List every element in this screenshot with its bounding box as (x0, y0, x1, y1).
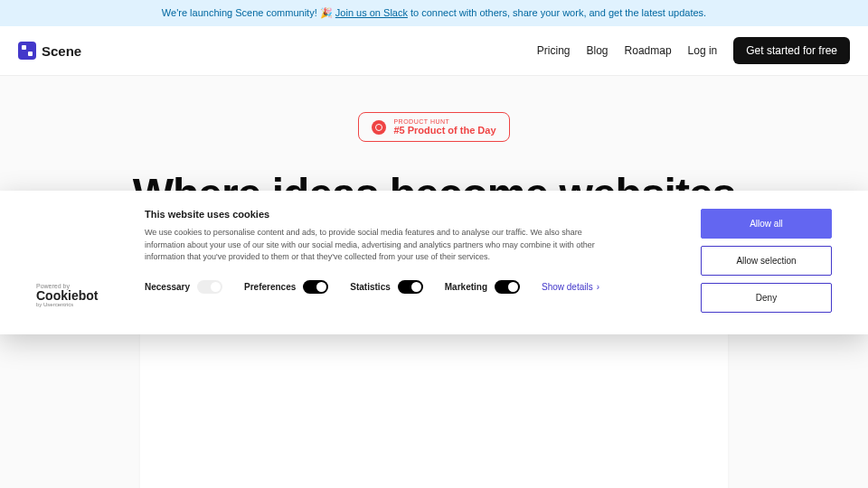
toggle-marketing-group: Marketing (445, 280, 520, 294)
nav-right: Pricing Blog Roadmap Log in Get started … (537, 37, 850, 64)
get-started-button[interactable]: Get started for free (733, 37, 850, 64)
announcement-link[interactable]: Join us on Slack (335, 7, 408, 18)
logo[interactable]: Scene (18, 42, 81, 60)
toggle-statistics-label: Statistics (350, 282, 390, 292)
navbar: Scene Pricing Blog Roadmap Log in Get st… (0, 26, 868, 76)
nav-pricing[interactable]: Pricing (537, 44, 571, 57)
chevron-right-icon: › (597, 282, 599, 292)
producthunt-title: #5 Product of the Day (393, 125, 495, 136)
cookie-title: This website uses cookies (145, 209, 674, 220)
deny-button[interactable]: Deny (701, 283, 832, 313)
cookiebot-logo[interactable]: Cookiebot (36, 289, 118, 302)
toggle-necessary-label: Necessary (145, 282, 190, 292)
toggle-necessary-group: Necessary (145, 280, 222, 294)
toggle-preferences-group: Preferences (244, 280, 328, 294)
nav-login[interactable]: Log in (688, 44, 718, 57)
nav-blog[interactable]: Blog (587, 44, 609, 57)
cookie-banner: Powered by Cookiebot by Usercentrics Thi… (0, 191, 868, 334)
toggle-marketing-label: Marketing (445, 282, 487, 292)
cookie-toggles: Necessary Preferences Statistics Marketi… (145, 280, 674, 294)
cookie-powered-by: Powered by Cookiebot by Usercentrics (36, 283, 118, 313)
producthunt-label: PRODUCT HUNT (393, 118, 495, 125)
toggle-marketing[interactable] (495, 280, 520, 294)
logo-text: Scene (42, 43, 81, 59)
cookie-buttons: Allow all Allow selection Deny (701, 209, 832, 313)
announcement-suffix: to connect with others, share your work,… (408, 7, 706, 18)
toggle-statistics[interactable] (398, 280, 423, 294)
show-details-link[interactable]: Show details › (542, 282, 599, 292)
producthunt-icon (372, 120, 386, 135)
announcement-bar: We're launching Scene community! 🎉 Join … (0, 0, 868, 26)
announcement-prefix: We're launching Scene community! (162, 7, 320, 18)
cookie-main: This website uses cookies We use cookies… (145, 209, 674, 294)
toggle-necessary (197, 280, 222, 294)
producthunt-badge[interactable]: PRODUCT HUNT #5 Product of the Day (358, 112, 509, 142)
cookie-description: We use cookies to personalise content an… (145, 227, 615, 264)
nav-roadmap[interactable]: Roadmap (625, 44, 672, 57)
cookiebot-sub: by Usercentrics (36, 302, 118, 307)
allow-all-button[interactable]: Allow all (701, 209, 832, 239)
toggle-preferences-label: Preferences (244, 282, 296, 292)
show-details-label: Show details (542, 282, 593, 292)
toggle-statistics-group: Statistics (350, 280, 422, 294)
toggle-preferences[interactable] (303, 280, 328, 294)
logo-icon (18, 42, 36, 60)
allow-selection-button[interactable]: Allow selection (701, 246, 832, 276)
